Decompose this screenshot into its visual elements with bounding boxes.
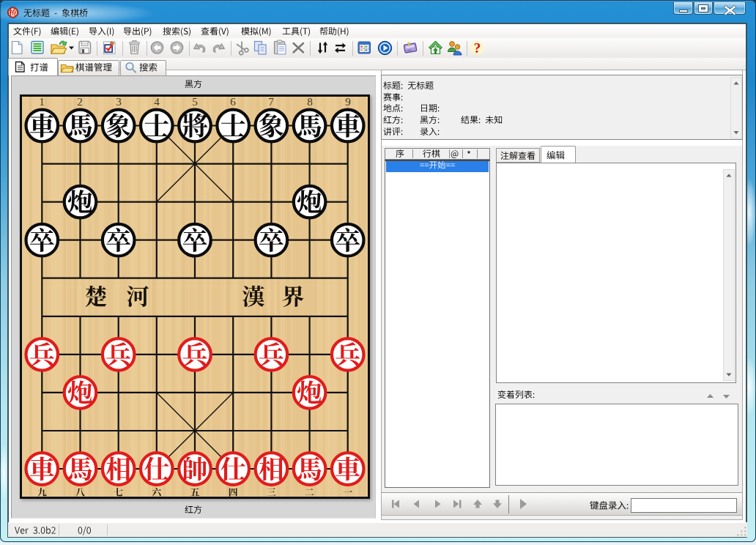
svg-text:1: 1	[39, 96, 45, 108]
svg-text:7: 7	[268, 96, 274, 108]
svg-text:6: 6	[230, 96, 236, 108]
svg-text:5: 5	[192, 96, 198, 108]
svg-text:2: 2	[77, 96, 83, 108]
svg-text:8: 8	[307, 96, 313, 108]
svg-text:4: 4	[154, 96, 160, 108]
svg-text:3: 3	[116, 96, 122, 108]
svg-text:9: 9	[345, 96, 351, 108]
svg-text:?: ?	[474, 40, 481, 55]
